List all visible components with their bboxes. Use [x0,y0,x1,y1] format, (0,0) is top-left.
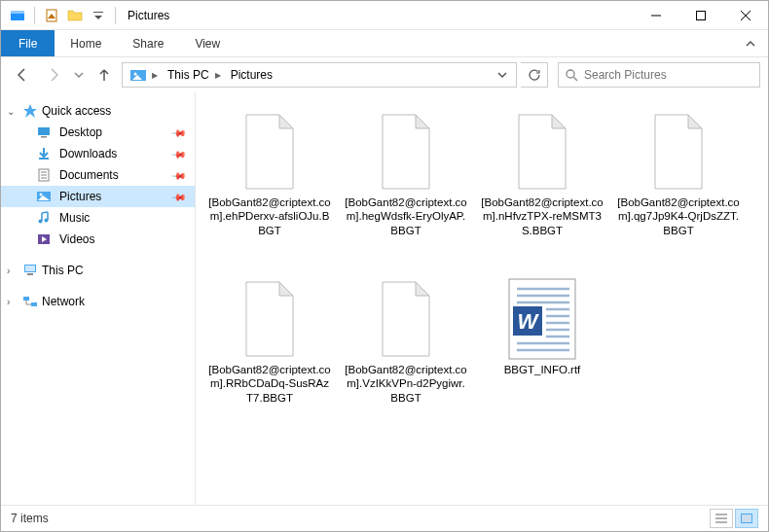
pin-icon: 📌 [171,167,187,183]
sidebar-quick-access[interactable]: ⌄ Quick access [1,100,195,122]
file-item[interactable]: [BobGant82@criptext.com].RRbCDaDq-SusRAz… [201,269,338,437]
svg-rect-28 [31,302,37,306]
titlebar: Pictures [1,1,768,30]
svg-rect-1 [11,11,24,14]
file-item[interactable]: [BobGant82@criptext.com].ehPDerxv-afsliO… [201,102,338,269]
breadcrumb-history-dropdown[interactable] [493,61,512,89]
sidebar-item-music[interactable]: Music [1,207,195,229]
breadcrumb-root[interactable]: ▶ [127,63,164,87]
items-view[interactable]: [BobGant82@criptext.com].ehPDerxv-afsliO… [196,92,768,505]
svg-rect-25 [25,266,35,271]
pin-icon: 📌 [171,146,187,161]
sidebar-this-pc[interactable]: › This PC [1,260,195,281]
maximize-button[interactable] [678,1,723,29]
svg-rect-5 [697,11,706,19]
generic-file-icon [511,113,573,191]
ribbon: File Home Share View [1,30,768,57]
file-item[interactable]: [BobGant82@criptext.com].VzIKkVPn-d2Pygi… [338,269,474,437]
up-button[interactable] [91,61,118,89]
file-item[interactable]: [BobGant82@criptext.com].hegWdsfk-EryOly… [338,102,474,269]
sidebar-item-desktop[interactable]: Desktop📌 [1,122,195,143]
svg-line-11 [573,77,577,81]
generic-file-icon [238,280,301,358]
file-item[interactable]: [BobGant82@criptext.com].qg7Jp9K4-QrjDsZ… [610,102,747,269]
window-title: Pictures [128,9,169,22]
sidebar-item-label: Desktop [59,125,102,139]
chevron-right-icon: › [7,266,18,276]
generic-file-icon [238,113,301,191]
minimize-button[interactable] [634,1,678,29]
network-icon [22,294,38,309]
videos-icon [36,231,52,247]
thumbnails-view-button[interactable] [735,509,758,528]
sidebar-item-label: Documents [59,168,119,182]
chevron-down-icon: ⌄ [7,106,18,117]
breadcrumb-this-pc[interactable]: This PC ▶ [164,63,227,87]
desktop-icon [36,124,52,140]
address-bar: ▶ This PC ▶ Pictures [1,57,768,92]
file-item[interactable]: BBGT_INFO.rtf [474,269,610,437]
breadcrumb[interactable]: ▶ This PC ▶ Pictures [122,62,517,88]
tab-home[interactable]: Home [55,30,117,56]
status-bar: 7 items [1,505,768,530]
file-name: BBGT_INFO.rtf [504,363,581,376]
svg-rect-27 [23,297,29,301]
minimize-ribbon-button[interactable] [733,30,768,56]
svg-point-10 [567,70,574,78]
details-view-button[interactable] [710,509,733,528]
downloads-icon [36,146,52,161]
word-document-icon [505,277,579,361]
music-icon [36,210,52,226]
sidebar-item-documents[interactable]: Documents📌 [1,164,195,186]
svg-point-21 [39,220,43,224]
chevron-right-icon: › [7,297,18,307]
generic-file-icon [375,280,437,358]
svg-rect-13 [41,136,47,138]
file-name: [BobGant82@criptext.com].RRbCDaDq-SusRAz… [207,363,332,405]
generic-file-icon [647,113,710,191]
explorer-icon [7,5,28,26]
chevron-right-icon: ▶ [152,71,158,80]
pin-icon: 📌 [171,124,187,140]
file-name: [BobGant82@criptext.com].qg7Jp9K4-QrjDsZ… [616,195,741,237]
recent-dropdown[interactable] [71,61,87,89]
sidebar-item-downloads[interactable]: Downloads📌 [1,143,195,164]
documents-icon [36,167,52,183]
file-item[interactable]: [BobGant82@criptext.com].nHfvzTPX-reMSMT… [474,102,610,269]
back-button[interactable] [9,61,36,89]
star-icon [22,103,38,119]
search-icon [565,68,578,82]
svg-point-22 [45,219,49,223]
tab-share[interactable]: Share [117,30,179,56]
sidebar-item-pictures[interactable]: Pictures📌 [1,186,195,207]
file-name: [BobGant82@criptext.com].ehPDerxv-afsliO… [207,195,332,237]
navigation-pane: ⌄ Quick access Desktop📌Downloads📌Documen… [1,92,196,505]
pictures-folder-icon [130,68,146,82]
forward-button[interactable] [40,61,67,89]
sidebar-item-label: Downloads [59,147,117,160]
file-name: [BobGant82@criptext.com].VzIKkVPn-d2Pygi… [344,363,468,405]
qat-customize-dropdown[interactable] [88,5,109,26]
file-name: [BobGant82@criptext.com].hegWdsfk-EryOly… [344,195,468,237]
item-count: 7 items [11,512,49,525]
svg-point-9 [134,73,137,76]
svg-rect-12 [38,127,50,135]
search-input[interactable] [558,62,760,88]
sidebar-item-label: Videos [59,232,94,246]
tab-view[interactable]: View [179,30,236,56]
sidebar-item-label: Pictures [59,190,101,203]
search-field[interactable] [584,68,753,82]
tab-file[interactable]: File [1,30,55,56]
svg-rect-26 [27,273,33,275]
sidebar-item-videos[interactable]: Videos [1,229,195,250]
close-button[interactable] [723,1,768,29]
sidebar-network[interactable]: › Network [1,291,195,312]
file-name: [BobGant82@criptext.com].nHfvzTPX-reMSMT… [480,195,604,237]
pin-icon: 📌 [171,189,187,204]
breadcrumb-pictures[interactable]: Pictures [227,63,276,87]
chevron-right-icon: ▶ [215,71,221,80]
qat-properties[interactable] [41,5,62,26]
refresh-button[interactable] [521,62,548,88]
qat-new-folder[interactable] [64,5,86,26]
svg-point-20 [40,194,43,196]
